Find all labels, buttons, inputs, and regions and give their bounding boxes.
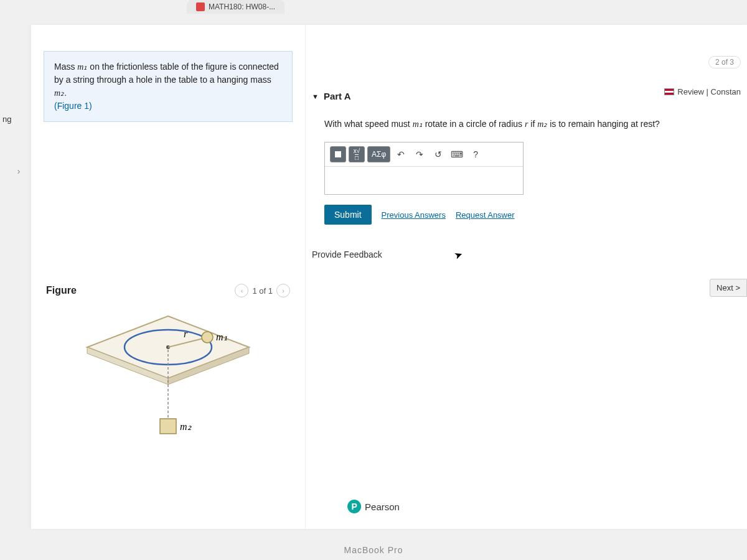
svg-point-6 (202, 332, 213, 343)
pearson-footer: P Pearson (347, 500, 400, 513)
problem-text: . (64, 88, 67, 98)
content-row: Mass m₁ on the frictionless table of the… (31, 25, 747, 529)
keyboard-button[interactable]: ⌨ (449, 146, 465, 162)
next-button[interactable]: Next > (710, 279, 747, 297)
q-var-m2: m₂ (537, 119, 547, 129)
answer-input[interactable] (325, 167, 523, 194)
q-text: is to remain hanging at rest? (547, 119, 660, 129)
equation-toolbar: x√□ ΑΣφ ↶ ↷ ↺ ⌨ ? (325, 142, 523, 167)
previous-answers-link[interactable]: Previous Answers (382, 210, 446, 220)
left-edge-fragment: ng (0, 112, 14, 126)
problem-text: on the frictionless table of the figure … (54, 62, 279, 85)
pearson-brand-text: Pearson (365, 502, 400, 512)
figure-link[interactable]: (Figure 1) (54, 101, 92, 111)
figure-prev-button[interactable]: ‹ (235, 284, 248, 297)
request-answer-link[interactable]: Request Answer (456, 210, 515, 220)
figure-label-m2: m₂ (180, 421, 191, 432)
figure-label-r: r (184, 329, 187, 340)
var-m2: m₂ (54, 88, 64, 98)
undo-button[interactable]: ↶ (393, 146, 409, 162)
device-label: MacBook Pro (344, 545, 403, 555)
figure-label-m1: m₁ (216, 331, 227, 343)
provide-feedback-link[interactable]: Provide Feedback (312, 250, 741, 259)
problem-statement: Mass m₁ on the frictionless table of the… (44, 51, 293, 122)
question-text: With what speed must m₁ rotate in a circ… (324, 118, 741, 131)
tab-favicon-icon (196, 2, 205, 11)
problem-text: Mass (54, 62, 77, 72)
figure-header: Figure ‹ 1 of 1 › (46, 284, 290, 297)
review-link-text: Review | Constan (677, 87, 741, 96)
template-button[interactable] (330, 146, 346, 162)
caret-down-icon: ▼ (312, 93, 319, 100)
submit-button[interactable]: Submit (324, 205, 372, 225)
q-text: rotate in a circle of radius (423, 119, 525, 129)
figure-section: Figure ‹ 1 of 1 › (44, 284, 293, 447)
part-label: Part A (324, 91, 351, 101)
figure-nav: ‹ 1 of 1 › (235, 284, 290, 297)
pearson-logo-icon: P (347, 500, 361, 513)
browser-tab[interactable]: MATH180: HW08-... (187, 0, 284, 14)
right-column: ▼ Part A With what speed must m₁ rotate … (305, 25, 747, 529)
answer-box: x√□ ΑΣφ ↶ ↷ ↺ ⌨ ? (324, 142, 524, 195)
figure-counter: 1 of 1 (252, 286, 273, 296)
action-row: Submit Previous Answers Request Answer (324, 205, 741, 225)
reset-button[interactable]: ↺ (430, 146, 446, 162)
var-m1: m₁ (77, 62, 87, 72)
help-button[interactable]: ? (467, 146, 484, 162)
tab-title: MATH180: HW08-... (209, 2, 275, 11)
figure-diagram: r m₁ m₂ (78, 310, 258, 447)
review-constants-link[interactable]: Review | Constan (664, 87, 741, 96)
left-column: Mass m₁ on the frictionless table of the… (31, 25, 305, 529)
svg-rect-8 (160, 419, 176, 434)
sidebar-collapse-chevron-icon[interactable]: › (12, 165, 25, 177)
greek-letters-button[interactable]: ΑΣφ (367, 146, 390, 162)
page-container: 2 of 3 Review | Constan Mass m₁ on the f… (31, 25, 747, 529)
q-text: if (528, 119, 537, 129)
figure-title: Figure (46, 285, 77, 296)
figure-next-button[interactable]: › (276, 284, 290, 297)
fraction-sqrt-button[interactable]: x√□ (349, 146, 365, 162)
progress-indicator: 2 of 3 (708, 56, 741, 68)
redo-button[interactable]: ↷ (411, 146, 428, 162)
q-text: With what speed must (324, 119, 413, 129)
q-var-m1: m₁ (413, 119, 423, 129)
flag-icon (664, 88, 674, 95)
